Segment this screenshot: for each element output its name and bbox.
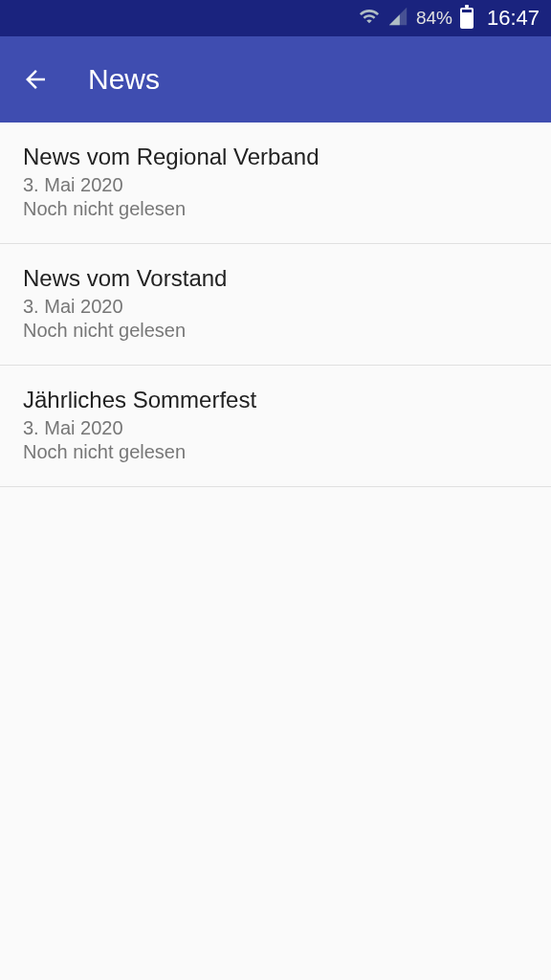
news-status: Noch nicht gelesen: [23, 198, 528, 220]
news-status: Noch nicht gelesen: [23, 441, 528, 463]
news-date: 3. Mai 2020: [23, 296, 528, 318]
news-date: 3. Mai 2020: [23, 174, 528, 196]
page-title: News: [88, 63, 160, 96]
news-title: News vom Regional Verband: [23, 144, 528, 170]
news-list: News vom Regional Verband 3. Mai 2020 No…: [0, 122, 551, 487]
news-item[interactable]: News vom Regional Verband 3. Mai 2020 No…: [0, 122, 551, 244]
news-date: 3. Mai 2020: [23, 417, 528, 439]
wifi-icon: [359, 6, 380, 32]
battery-percent: 84%: [416, 8, 452, 29]
status-time: 16:47: [487, 6, 540, 31]
status-bar: 84% 16:47: [0, 0, 551, 36]
back-button[interactable]: [21, 65, 50, 94]
app-bar: News: [0, 36, 551, 122]
news-status: Noch nicht gelesen: [23, 320, 528, 342]
news-title: Jährliches Sommerfest: [23, 387, 528, 413]
signal-icon: [387, 6, 408, 32]
news-item[interactable]: Jährliches Sommerfest 3. Mai 2020 Noch n…: [0, 366, 551, 487]
news-title: News vom Vorstand: [23, 265, 528, 292]
battery-icon: [460, 8, 474, 29]
news-item[interactable]: News vom Vorstand 3. Mai 2020 Noch nicht…: [0, 244, 551, 366]
